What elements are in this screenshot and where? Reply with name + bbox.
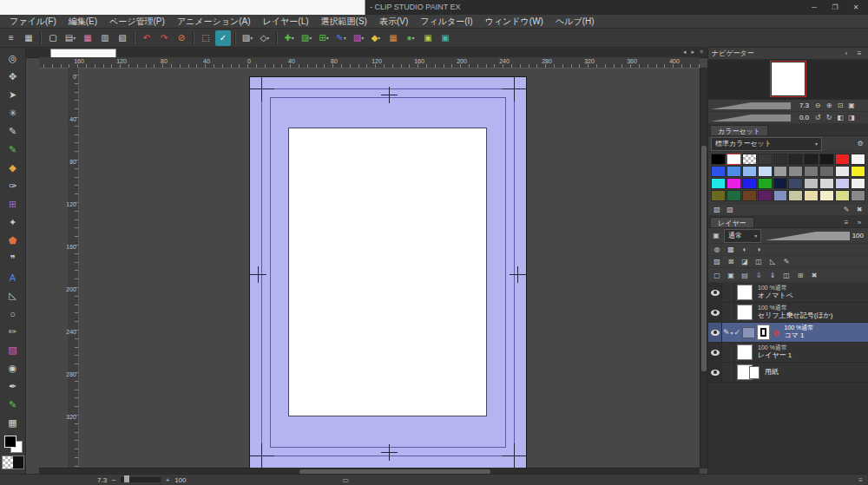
layer-row[interactable]: 100 %通常オノマトペ <box>708 283 868 303</box>
toolbar-material-button[interactable]: ▦ <box>385 30 401 46</box>
color-swatch[interactable] <box>711 166 726 177</box>
color-swatch[interactable] <box>758 178 773 189</box>
zoom-tool[interactable]: ◎ <box>3 49 23 68</box>
toolbar-workspace-switch-button[interactable]: ▦ <box>21 30 36 46</box>
toolbar-grid-button[interactable]: ⊞▾ <box>316 30 332 46</box>
blend-mode-dropdown[interactable]: 通常 ▾ <box>724 229 761 243</box>
layer-row[interactable]: 100 %通常レイヤー 1 <box>708 343 868 363</box>
manga-page[interactable] <box>249 76 527 469</box>
status-zoom-slider[interactable] <box>121 477 161 482</box>
toolbar-figure-button[interactable]: ●▾ <box>403 30 418 46</box>
toolbar-frame-border-button[interactable]: ▣ <box>420 30 436 46</box>
layer-visibility-toggle[interactable] <box>708 363 722 382</box>
combine-mode-icon[interactable]: ▣ <box>711 231 721 240</box>
layer-tab[interactable]: レイヤー <box>710 217 754 227</box>
canvas-viewport[interactable] <box>78 68 700 469</box>
expression-color-button[interactable]: ◑ <box>753 245 764 254</box>
lighttable-tool[interactable]: ✎ <box>3 396 23 414</box>
new-vector-layer-button[interactable]: ▣ <box>726 271 736 280</box>
menu-item-4[interactable]: アニメーション(A) <box>171 16 257 28</box>
color-swatch[interactable] <box>758 190 773 201</box>
layer-folder-thumbnail[interactable] <box>742 327 755 338</box>
enable-mask-button[interactable]: ◫ <box>753 257 764 266</box>
color-swatch[interactable] <box>819 154 834 165</box>
color-swatch[interactable] <box>804 154 819 165</box>
layer-color-effect-button[interactable]: ◐ <box>740 245 750 254</box>
move-tool[interactable]: ✥ <box>3 68 23 86</box>
magnifier-tool[interactable]: ◉ <box>3 359 23 377</box>
color-swatch[interactable] <box>788 154 803 165</box>
toolbar-print-document-button[interactable]: ▧ <box>115 30 130 46</box>
show-ruler-button[interactable]: ◺ <box>767 257 778 266</box>
toolbar-save-document-button[interactable]: ▦ <box>80 30 95 46</box>
color-indicator[interactable] <box>3 434 23 453</box>
color-swatch[interactable] <box>835 190 850 201</box>
toolbar-export-document-button[interactable]: ▥ <box>97 30 113 46</box>
toolbar-snap-toggle-button[interactable]: ✓ <box>215 30 231 46</box>
fit-to-screen-button[interactable]: ⊡ <box>835 101 845 110</box>
menu-item-3[interactable]: ページ管理(P) <box>103 16 171 28</box>
apply-mask-button[interactable]: ⊞ <box>795 271 806 280</box>
toolbar-undo-button[interactable]: ↶ <box>139 30 155 46</box>
delete-color-button[interactable]: ✖ <box>854 205 865 214</box>
rotate-left-button[interactable]: ↺ <box>812 113 823 122</box>
main-color-swatch[interactable] <box>4 436 16 448</box>
brush-tool[interactable]: ✑ <box>3 177 23 195</box>
color-swatch[interactable] <box>835 166 850 177</box>
color-swatch[interactable] <box>851 154 865 165</box>
color-swatch[interactable] <box>851 190 865 201</box>
color-swatch[interactable] <box>819 166 834 177</box>
menu-item-10[interactable]: ヘルプ(H) <box>549 16 601 28</box>
tab-bar-menu-icons[interactable]: ◂ ▸ ≡ <box>683 49 705 56</box>
toolbar-decoration-button[interactable]: ◆▾ <box>368 30 384 46</box>
color-swatch[interactable] <box>727 178 741 189</box>
color-swatch[interactable] <box>788 190 803 201</box>
layer-row[interactable]: ✎▾✓⊘100 %通常コマ 1 <box>708 323 868 343</box>
collapse-panel-button[interactable]: ‹ <box>841 49 852 58</box>
flip-vertical-button[interactable]: ◨ <box>846 113 857 122</box>
toolbar-gradient-button[interactable]: ▨▾ <box>351 30 366 46</box>
color-swatch[interactable] <box>773 190 788 201</box>
toolbar-main-menu-button[interactable]: ≡ <box>3 30 19 46</box>
color-set-dropdown[interactable]: 標準カラーセット ▾ <box>711 137 822 151</box>
color-swatch[interactable] <box>742 178 757 189</box>
rotation-slider[interactable] <box>711 115 791 121</box>
color-swatch[interactable] <box>758 154 773 165</box>
color-swatch[interactable] <box>773 178 788 189</box>
layer-thumbnail[interactable] <box>737 344 753 360</box>
palette-menu-button[interactable]: ≡ <box>841 218 852 227</box>
replace-color-button[interactable]: ▨ <box>725 205 735 214</box>
zoom-in-button[interactable]: ⊕ <box>824 101 834 110</box>
close-button[interactable]: ✕ <box>845 0 866 15</box>
clip-to-layer-below-button[interactable]: ◪ <box>740 257 750 266</box>
ruler-tool[interactable]: ◺ <box>3 286 23 305</box>
color-swatch[interactable] <box>773 154 788 165</box>
toolbar-pen-button[interactable]: ✎▾ <box>333 30 349 46</box>
color-swatch[interactable] <box>835 154 850 165</box>
merge-with-lower-button[interactable]: ⇓ <box>767 271 778 280</box>
airbrush-tool[interactable]: ✦ <box>3 213 23 232</box>
toolbar-new-document-button[interactable]: ▢ <box>45 30 61 46</box>
navigator-preview[interactable] <box>708 60 868 100</box>
color-swatch[interactable] <box>727 190 741 201</box>
toolbar-redo-button[interactable]: ↷ <box>156 30 172 46</box>
toolbar-fill-button[interactable]: ▨▾ <box>299 30 314 46</box>
color-swatch[interactable] <box>727 166 741 177</box>
pen-tool[interactable]: ✎ <box>3 122 23 141</box>
paint-bucket-tool[interactable]: ⬟ <box>3 232 23 250</box>
set-as-reference-button[interactable]: ✎ <box>781 257 792 266</box>
transfer-to-lower-button[interactable]: ⇩ <box>753 271 764 280</box>
gradient-tool[interactable]: ▨ <box>3 341 23 359</box>
color-swatch[interactable] <box>742 154 757 165</box>
actual-size-button[interactable]: ▣ <box>846 101 857 110</box>
create-mask-button[interactable]: ◫ <box>781 271 792 280</box>
menu-item-2[interactable]: 編集(E) <box>62 16 103 28</box>
balloon-tool[interactable]: ❞ <box>3 250 23 268</box>
color-set-tab[interactable]: カラーセット <box>710 125 768 135</box>
status-menu-icon[interactable]: ≡ <box>858 476 863 484</box>
marker-tool[interactable]: ✎ <box>3 141 23 159</box>
text-tool[interactable]: A <box>3 268 23 286</box>
color-swatch[interactable] <box>788 166 803 177</box>
eyedropper-tool[interactable]: ✒ <box>3 377 23 396</box>
navigator-tab[interactable]: ナビゲーター <box>712 49 754 58</box>
